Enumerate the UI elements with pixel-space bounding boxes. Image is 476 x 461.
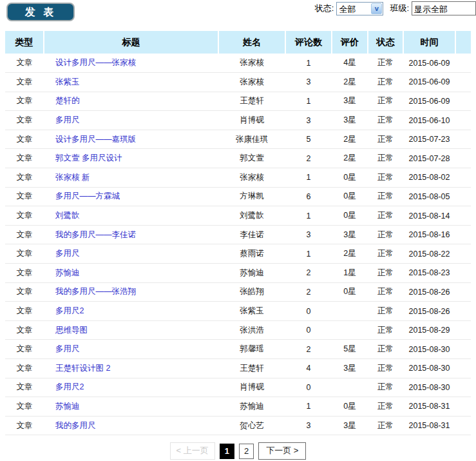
cell-rating: 0星 xyxy=(332,187,368,206)
cell-rating: 5星 xyxy=(332,340,368,359)
article-title-link[interactable]: 多用尺——方霖城 xyxy=(55,191,120,201)
cell-rating: 0星 xyxy=(332,168,368,188)
cell-type: 文章 xyxy=(5,73,44,92)
article-title-link[interactable]: 我的多用尺 xyxy=(55,421,96,430)
articles-table: 类型 标题 姓名 评论数 评价 状态 时间 文章 设计多用尺——张家核 张家核 … xyxy=(5,31,471,435)
cell-extra xyxy=(455,397,471,417)
publish-button[interactable]: 发 表 xyxy=(6,3,75,21)
table-row: 文章 我的多用尺——李佳诺 李佳诺 3 3星 正常 2015-08-16 xyxy=(5,225,471,244)
cell-extra xyxy=(455,92,471,111)
table-row: 文章 刘鹭歆 刘鹭歆 1 0星 正常 2015-08-14 xyxy=(5,206,471,226)
article-title-link[interactable]: 我的多用尺——李佳诺 xyxy=(55,230,136,239)
cell-type: 文章 xyxy=(5,92,44,111)
article-title-link[interactable]: 刘鹭歆 xyxy=(55,211,80,220)
cell-name: 王楚轩 xyxy=(218,92,285,111)
cell-title: 苏愉迪 xyxy=(44,397,218,417)
cell-comments: 5 xyxy=(285,130,332,149)
cell-title: 多用尺 xyxy=(44,111,218,130)
cell-date: 2015-08-29 xyxy=(403,320,455,340)
cell-extra xyxy=(455,340,471,359)
pagination: < 上一页 12 下一页 > xyxy=(0,442,476,460)
cell-comments: 3 xyxy=(285,416,332,435)
cell-type: 文章 xyxy=(5,320,44,340)
cell-comments: 3 xyxy=(285,111,332,130)
article-title-link[interactable]: 张家核 新 xyxy=(55,173,90,182)
class-filter-select[interactable]: 显示全部 xyxy=(412,1,476,15)
article-title-link[interactable]: 王楚轩设计图 2 xyxy=(55,364,110,373)
article-title-link[interactable]: 苏愉迪 xyxy=(55,402,80,411)
cell-name: 张紫玉 xyxy=(218,302,285,321)
article-title-link[interactable]: 郭文萱 多用尺设计 xyxy=(55,153,122,162)
cell-comments: 3 xyxy=(285,73,332,92)
article-title-link[interactable]: 苏愉迪 xyxy=(55,268,80,277)
table-row: 文章 我的多用尺——张浩翔 张皓翔 2 0星 正常 2015-08-26 xyxy=(5,282,471,302)
cell-name: 张皓翔 xyxy=(218,282,285,302)
cell-rating: 0星 xyxy=(332,282,368,302)
status-filter-value: 全部 xyxy=(337,3,370,15)
article-title-link[interactable]: 多用尺 xyxy=(55,249,80,258)
cell-date: 2015-08-16 xyxy=(403,225,455,244)
cell-date: 2015-06-09 xyxy=(403,92,455,111)
table-row: 文章 多用尺2 肖博砚 0 正常 2015-08-30 xyxy=(5,378,471,397)
chevron-down-icon[interactable]: v xyxy=(371,3,382,14)
article-title-link[interactable]: 多用尺2 xyxy=(55,382,84,391)
table-row: 文章 多用尺 郭馨瑶 2 5星 正常 2015-08-30 xyxy=(5,340,471,359)
cell-comments: 1 xyxy=(285,54,332,73)
cell-date: 2015-08-30 xyxy=(403,359,455,378)
cell-name: 苏愉迪 xyxy=(218,397,285,417)
cell-type: 文章 xyxy=(5,149,44,168)
cell-title: 思维导图 xyxy=(44,320,218,340)
cell-name: 郭馨瑶 xyxy=(218,340,285,359)
page-buttons: 12 xyxy=(220,444,254,459)
cell-extra xyxy=(455,225,471,244)
table-row: 文章 苏愉迪 苏愉迪 1 0星 正常 2015-08-31 xyxy=(5,397,471,417)
cell-extra xyxy=(455,320,471,340)
prev-page-button[interactable]: < 上一页 xyxy=(170,442,215,460)
page-button-2[interactable]: 2 xyxy=(239,444,254,459)
cell-status: 正常 xyxy=(368,340,403,359)
cell-status: 正常 xyxy=(368,302,403,321)
cell-type: 文章 xyxy=(5,282,44,302)
article-title-link[interactable]: 楚轩的 xyxy=(55,96,80,105)
article-title-link[interactable]: 思维导图 xyxy=(55,326,88,335)
cell-type: 文章 xyxy=(5,111,44,130)
cell-name: 张家核 xyxy=(218,54,285,73)
cell-comments: 1 xyxy=(285,397,332,417)
cell-rating: 3星 xyxy=(332,92,368,111)
article-title-link[interactable]: 设计多用尺——张家核 xyxy=(55,58,136,67)
article-title-link[interactable]: 多用尺 xyxy=(55,115,80,124)
article-title-link[interactable]: 多用尺2 xyxy=(55,306,84,315)
cell-comments: 2 xyxy=(285,149,332,168)
cell-name: 张家核 xyxy=(218,168,285,188)
cell-extra xyxy=(455,264,471,283)
cell-status: 正常 xyxy=(368,187,403,206)
page-button-1[interactable]: 1 xyxy=(220,444,234,459)
cell-status: 正常 xyxy=(368,206,403,226)
header-name: 姓名 xyxy=(218,31,285,54)
article-title-link[interactable]: 我的多用尺——张浩翔 xyxy=(55,287,136,296)
cell-extra xyxy=(455,73,471,92)
cell-rating: 3星 xyxy=(332,225,368,244)
header-type: 类型 xyxy=(5,31,44,54)
article-title-link[interactable]: 多用尺 xyxy=(55,344,80,353)
toolbar: 发 表 状态: 全部 v 班级: 显示全部 xyxy=(0,0,476,31)
cell-type: 文章 xyxy=(5,54,44,73)
cell-extra xyxy=(455,168,471,188)
cell-extra xyxy=(455,206,471,226)
table-row: 文章 郭文萱 多用尺设计 郭文萱 2 2星 正常 2015-07-28 xyxy=(5,149,471,168)
cell-type: 文章 xyxy=(5,130,44,149)
status-filter-select[interactable]: 全部 v xyxy=(336,2,383,15)
cell-rating: 3星 xyxy=(332,359,368,378)
next-page-button[interactable]: 下一页 > xyxy=(258,442,306,460)
cell-date: 2015-08-22 xyxy=(403,244,455,264)
cell-extra xyxy=(455,416,471,435)
cell-type: 文章 xyxy=(5,244,44,264)
cell-status: 正常 xyxy=(368,397,403,417)
cell-extra xyxy=(455,282,471,302)
article-title-link[interactable]: 设计多用尺——嘉琪版 xyxy=(55,135,136,144)
article-title-link[interactable]: 张紫玉 xyxy=(55,77,80,86)
cell-comments: 1 xyxy=(285,244,332,264)
cell-extra xyxy=(455,149,471,168)
cell-comments: 3 xyxy=(285,225,332,244)
filter-bar: 状态: 全部 v 班级: 显示全部 xyxy=(315,1,476,15)
